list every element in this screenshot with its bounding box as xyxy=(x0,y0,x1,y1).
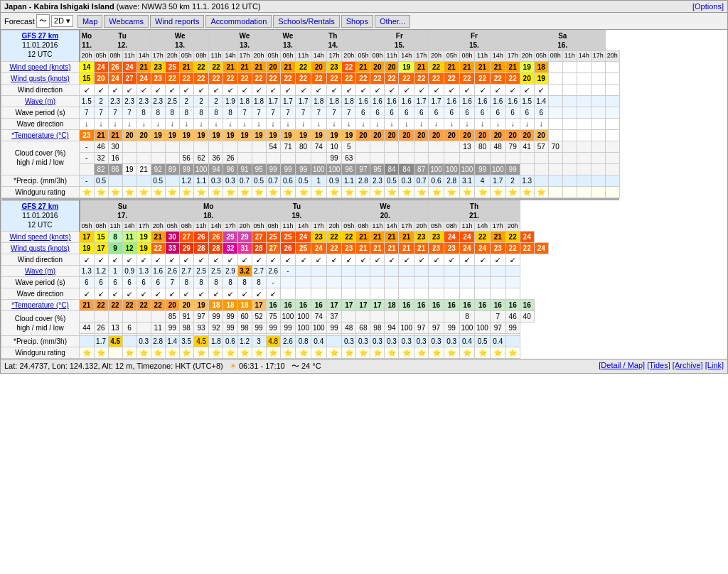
header-title: Japan - Kabira Ishigaki Island (wave: NW… xyxy=(4,2,261,11)
nav-other[interactable]: Other... xyxy=(375,15,410,28)
precip-row-2: *Precip. (mm/3h) 1.74.50.32.8 1.43.54.51… xyxy=(1,336,620,347)
wave-row-1: Wave (m) 1.5 22.32.32.3 2.32.522 21.91.8… xyxy=(1,95,620,107)
wind-gusts-row-2: Wind gusts (knots) 19179121922 332928283… xyxy=(1,243,620,254)
cloud-low-row-1: 82861921 928999100 949691959999 99100100… xyxy=(1,163,620,175)
nav-webcams[interactable]: Webcams xyxy=(104,15,149,28)
model-date-2: 11.01.2016 xyxy=(22,212,58,220)
nav-schools[interactable]: Schools/Rentals xyxy=(273,15,340,28)
nav-shops[interactable]: Shops xyxy=(341,15,373,28)
footer-tides[interactable]: [Tides] xyxy=(647,361,670,369)
temp-row-1: *Temperature (°C) 23 21212020 19191919 1… xyxy=(1,129,620,141)
forecast-wave-toggle[interactable]: 〜 xyxy=(36,14,50,28)
precip-row-1: *Precip. (mm/3h) - 0.5 0.51.21.1 0.30.30… xyxy=(1,175,620,186)
footer-links: [Detail / Map] [Tides] [Archive] [Link] xyxy=(599,361,724,372)
forecast-label: Forecast xyxy=(4,17,35,26)
header-bar: Japan - Kabira Ishigaki Island (wave: NW… xyxy=(0,0,728,13)
wind-speed-link[interactable]: Wind speed (knots) xyxy=(9,63,70,71)
wave-link-2[interactable]: Wave (m) xyxy=(25,267,55,275)
wind-speed-row-1: Wind speed (knots) 14 24262421 23252122 … xyxy=(1,61,620,72)
wind-dir-row-1: Wind direction ↙ ↙↙↙↙ ↙↙↙↙ ↙↙↙↙↙↙ ↙↙↙↙↙ … xyxy=(1,84,620,95)
temp-link-2[interactable]: *Temperature (°C) xyxy=(11,301,69,309)
options-link[interactable]: [Options] xyxy=(692,2,724,11)
model-link-1[interactable]: GFS 27 km xyxy=(21,32,58,40)
wave-dir-row-1: Wave direction ↓ ↓↓↓↓ ↓↓↓↓ ↓↓↓↓↓↓ ↓↓↓↓↓ … xyxy=(1,118,620,129)
wave-row-2: Wave (m) 1.31.210.91.31.6 2.62.72.52.52.… xyxy=(1,266,620,277)
forecast-table: GFS 27 km 11.01.2016 12 UTC Mo11. Tu12. … xyxy=(1,30,620,359)
section1-time-row: 20h 05h08h11h14h 17h20h05h08h 11h14h17h2… xyxy=(1,51,620,62)
wind-gusts-row-1: Wind gusts (knots) 15 20242724 23222222 … xyxy=(1,72,620,84)
model-utc-1: 12 UTC xyxy=(28,50,52,58)
section1-header-row: GFS 27 km 11.01.2016 12 UTC Mo11. Tu12. … xyxy=(1,31,620,51)
section2-time-row: 05h08h11h14h17h20h 05h08h11h14h17h20h 05… xyxy=(1,221,620,232)
nav-accommodation[interactable]: Accommodation xyxy=(205,15,272,28)
footer-link[interactable]: [Link] xyxy=(705,361,724,369)
cloud-mid-row-2: 442613611 999893929998 99999910010099 48… xyxy=(1,323,620,334)
rating-row-1: Windguru rating ⭐ ⭐⭐⭐⭐ ⭐⭐⭐⭐ ⭐⭐⭐⭐⭐⭐ ⭐⭐⭐⭐⭐… xyxy=(1,186,620,197)
section2-day-row: GFS 27 km 11.01.2016 12 UTC Su17. Mo18. … xyxy=(1,200,620,221)
cloud-high-row-2: Cloud cover (%)high / mid / low 85919799… xyxy=(1,311,620,323)
wind-speed-link-2[interactable]: Wind speed (knots) xyxy=(9,233,70,241)
footer-bar: Lat: 24.4737, Lon: 124.132, Alt: 12 m, T… xyxy=(0,359,728,374)
forecast-table-wrapper: GFS 27 km 11.01.2016 12 UTC Mo11. Tu12. … xyxy=(0,30,728,359)
rating-row-2: Windguru rating ⭐⭐⭐⭐⭐ ⭐⭐⭐⭐⭐⭐ ⭐⭐⭐⭐⭐⭐ ⭐⭐⭐⭐… xyxy=(1,347,620,359)
temp-row-2: *Temperature (°C) 212222222222 202019181… xyxy=(1,300,620,311)
wind-gusts-link[interactable]: Wind gusts (knots) xyxy=(11,75,70,82)
footer-archive[interactable]: [Archive] xyxy=(673,361,703,369)
cloud-mid-row-1: - 3216 5662 3626 9963 xyxy=(1,152,620,163)
nav-wind-reports[interactable]: Wind reports xyxy=(150,15,204,28)
model-date-1: 11.01.2016 xyxy=(22,41,58,49)
wind-speed-row-2: Wind speed (knots) 17158111921 302726262… xyxy=(1,232,620,243)
footer-coords: Lat: 24.4737, Lon: 124.132, Alt: 12 m, T… xyxy=(4,361,321,372)
nav-map[interactable]: Map xyxy=(77,15,102,28)
wave-dir-row-2: Wave direction ↙↙↙↙↙↙ ↙↙↙↙↙↙ ↙↙ xyxy=(1,288,620,300)
model-utc-2: 12 UTC xyxy=(28,221,52,229)
nav-bar: Forecast 〜 2D ▾ Map Webcams Wind reports… xyxy=(0,13,728,30)
footer-detail-map[interactable]: [Detail / Map] xyxy=(599,361,645,369)
cloud-high-row-1: Cloud cover (%)high / mid / low - 4630 5… xyxy=(1,141,620,152)
wave-period-row-2: Wave period (s) 666666 788888 8- xyxy=(1,277,620,288)
model-link-2[interactable]: GFS 27 km xyxy=(21,202,58,210)
wind-gusts-link-2[interactable]: Wind gusts (knots) xyxy=(11,244,70,252)
wave-period-row-1: Wave period (s) 7 7778 8888 887777 77776… xyxy=(1,107,620,118)
temp-link[interactable]: *Temperature (°C) xyxy=(11,131,69,139)
wind-dir-row-2: Wind direction ↙↙↙↙↙↙ ↙↙↙↙↙↙ ↙↙↙↙↙↙ ↙↙↙↙… xyxy=(1,254,620,266)
wave-link[interactable]: Wave (m) xyxy=(25,97,55,105)
forecast-2d-toggle[interactable]: 2D ▾ xyxy=(51,15,73,27)
